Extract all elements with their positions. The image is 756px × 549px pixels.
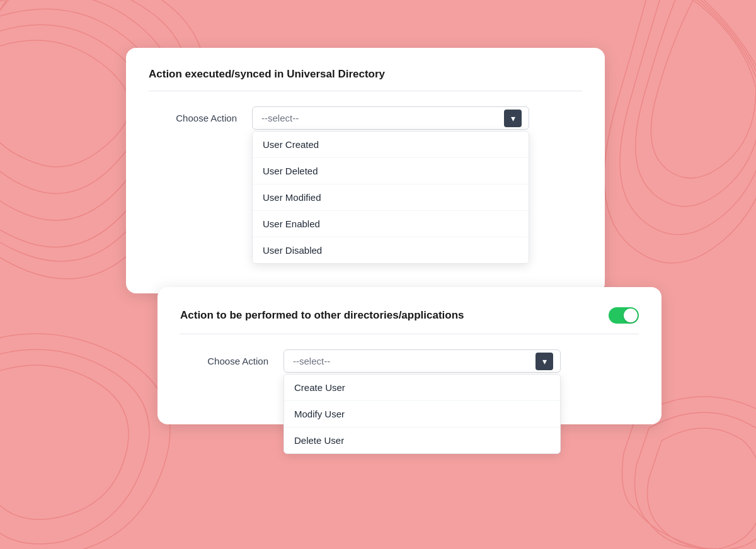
card2-select-wrapper: --select-- Create User Modify User Delet… (284, 349, 561, 373)
card1-select-placeholder: --select-- (261, 113, 299, 123)
card-other-directories: Action to be performed to other director… (158, 287, 662, 424)
card2-option-delete-user[interactable]: Delete User (284, 427, 560, 453)
card1-option-user-created[interactable]: User Created (253, 132, 529, 158)
card1-option-user-enabled[interactable]: User Enabled (253, 211, 529, 237)
card1-select-wrapper: --select-- User Created User Deleted Use… (252, 106, 529, 130)
card1-option-user-modified[interactable]: User Modified (253, 184, 529, 211)
card1-select-field[interactable]: --select-- (252, 106, 529, 130)
card1-option-user-deleted[interactable]: User Deleted (253, 158, 529, 184)
card1-option-user-disabled[interactable]: User Disabled (253, 237, 529, 263)
card2-option-modify-user[interactable]: Modify User (284, 401, 560, 427)
card2-form-row: Choose Action --select-- Create User Mod… (180, 349, 639, 373)
card2-dropdown-menu: Create User Modify User Delete User (284, 374, 561, 454)
card2-toggle[interactable] (609, 307, 639, 324)
scene: Action executed/synced in Universal Dire… (0, 0, 756, 549)
card2-content: Choose Action --select-- Create User Mod… (180, 349, 639, 373)
card2-select-placeholder: --select-- (293, 356, 330, 366)
card2-title-row: Action to be performed to other director… (180, 307, 639, 334)
card2-select-field[interactable]: --select-- (284, 349, 561, 373)
card2-option-create-user[interactable]: Create User (284, 375, 560, 401)
card2-toggle-track (609, 307, 639, 324)
card1-dropdown-menu: User Created User Deleted User Modified … (252, 131, 529, 264)
card1-dropdown-scroll[interactable]: User Created User Deleted User Modified … (253, 132, 529, 263)
card1-form-label: Choose Action (149, 106, 237, 123)
card-universal-directory: Action executed/synced in Universal Dire… (126, 48, 605, 293)
cards-wrapper: Action executed/synced in Universal Dire… (107, 35, 649, 514)
card1-title: Action executed/synced in Universal Dire… (149, 68, 582, 91)
card2-form-label: Choose Action (180, 349, 268, 366)
card2-title: Action to be performed to other director… (180, 309, 598, 322)
card1-form-row: Choose Action --select-- User Created Us… (149, 106, 582, 130)
card2-toggle-thumb (624, 308, 638, 322)
